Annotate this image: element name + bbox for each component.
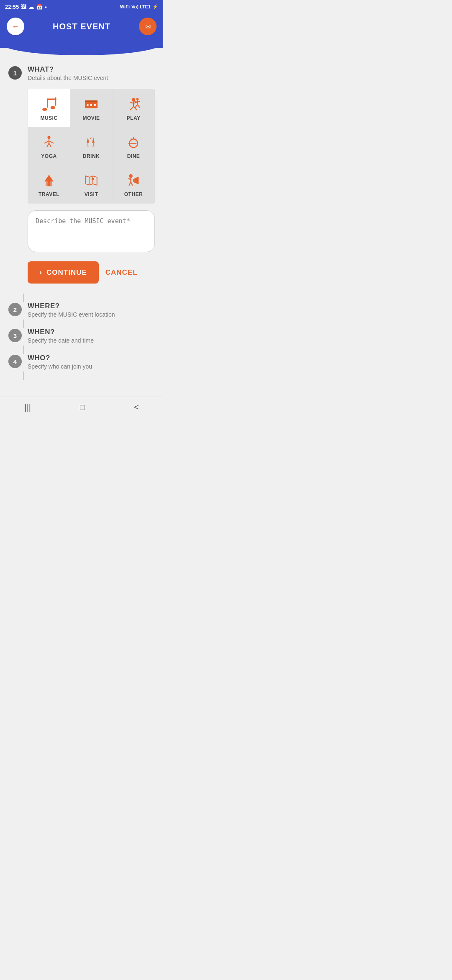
event-cell-music[interactable]: MUSIC [28,89,70,127]
photo-icon: 🖼 [21,4,26,10]
svg-point-45 [92,178,94,181]
status-left: 22:55 🖼 ☁ 📅 • [5,4,47,10]
main-content: 1 WHAT? Details about the MUSIC event MU… [0,53,163,388]
step-line-2-3 [23,320,24,328]
step-4-number: 4 [8,355,22,368]
step-4-title: WHO? [28,354,155,362]
step-3-subtitle: Specify the date and time [28,337,155,344]
step-4-subtitle: Specify who can join you [28,363,155,370]
time: 22:55 [5,4,19,10]
step-2-row: 2 WHERE? Specify the MUSIC event locatio… [8,302,155,318]
mail-icon: ✉ [145,23,151,31]
event-cell-drink[interactable]: DRINK [70,127,112,165]
svg-rect-52 [133,179,134,182]
dine-label: DINE [127,153,140,159]
other-label: OTHER [124,191,143,197]
page-title: HOST EVENT [24,22,139,31]
cancel-label: CANCEL [105,268,138,276]
svg-line-51 [131,182,133,186]
event-cell-dine[interactable]: DINE [113,127,154,165]
step-2-content: WHERE? Specify the MUSIC event location [28,302,155,318]
yoga-icon [41,135,56,150]
describe-event-input[interactable] [28,210,155,252]
visit-icon [84,173,99,188]
step-1-subtitle: Details about the MUSIC event [28,75,155,81]
yoga-label: YOGA [41,153,56,159]
svg-line-12 [130,102,134,103]
status-bar: 22:55 🖼 ☁ 📅 • WiFi Vo) LTE1 ⚡ [0,0,163,13]
event-cell-play[interactable]: PLAY [113,89,154,127]
menu-nav-icon[interactable]: ||| [24,402,31,412]
svg-line-25 [49,141,54,143]
bottom-navigation: ||| □ < [0,397,163,418]
svg-point-33 [91,137,92,138]
step-3-title: WHEN? [28,328,155,336]
play-icon [126,97,141,112]
svg-marker-42 [85,176,97,185]
describe-area-wrapper [28,210,155,254]
svg-rect-41 [51,181,52,186]
event-cell-visit[interactable]: VISIT [70,165,112,203]
svg-rect-40 [46,181,47,186]
header: ← HOST EVENT ✉ [0,13,163,48]
svg-point-22 [47,136,50,139]
svg-line-24 [44,141,49,143]
step-1-number: 1 [8,66,22,80]
play-label: PLAY [127,115,141,121]
step-1-title: WHAT? [28,65,155,74]
step-4-content: WHO? Specify who can join you [28,354,155,370]
dot-icon: • [45,4,47,10]
other-icon [126,173,141,188]
music-icon [41,97,56,112]
continue-button[interactable]: › CONTINUE [28,261,99,284]
step-1-row: 1 WHAT? Details about the MUSIC event [8,65,155,81]
back-button[interactable]: ← [7,18,24,35]
status-right: WiFi Vo) LTE1 ⚡ [120,4,158,10]
signal-icon: Vo) LTE1 [131,4,151,9]
home-nav-icon[interactable]: □ [80,402,85,412]
svg-rect-9 [94,104,95,106]
cloud-icon: ☁ [28,4,34,10]
svg-line-20 [135,105,138,108]
svg-rect-28 [87,143,88,146]
step-1-content: WHAT? Details about the MUSIC event [28,65,155,81]
svg-rect-30 [93,143,93,146]
travel-icon [41,173,56,188]
svg-line-26 [47,143,49,147]
action-buttons: › CONTINUE CANCEL [28,261,155,284]
svg-point-1 [51,106,56,109]
step-3-number: 3 [8,329,22,342]
calendar-icon: 📅 [36,4,43,10]
back-arrow-icon: ← [12,22,19,31]
step-3-row: 3 WHEN? Specify the date and time [8,328,155,344]
svg-point-32 [90,138,91,139]
event-type-grid: MUSIC MOVIE [28,89,155,204]
step-line-bottom [23,371,24,380]
step-2-title: WHERE? [28,302,155,310]
travel-label: TRAVEL [39,191,59,197]
music-label: MUSIC [40,115,57,121]
svg-rect-31 [92,146,95,146]
back-nav-icon[interactable]: < [134,402,139,412]
visit-label: VISIT [85,191,98,197]
svg-point-47 [129,174,133,178]
svg-line-14 [130,106,134,110]
svg-rect-6 [85,101,98,102]
step-3-content: WHEN? Specify the date and time [28,328,155,344]
movie-label: MOVIE [82,115,100,121]
svg-point-0 [42,108,47,111]
event-cell-movie[interactable]: MOVIE [70,89,112,127]
event-cell-yoga[interactable]: YOGA [28,127,70,165]
svg-rect-8 [90,104,92,106]
svg-point-16 [136,98,139,101]
battery-icon: ⚡ [152,4,158,10]
event-cell-other[interactable]: OTHER [113,165,154,203]
svg-line-21 [137,105,140,108]
cancel-button[interactable]: CANCEL [105,268,138,277]
mail-button[interactable]: ✉ [139,18,157,35]
svg-line-27 [49,143,51,147]
svg-rect-4 [47,98,56,100]
continue-label: CONTINUE [46,268,87,277]
event-cell-travel[interactable]: TRAVEL [28,165,70,203]
step-2-number: 2 [8,303,22,316]
